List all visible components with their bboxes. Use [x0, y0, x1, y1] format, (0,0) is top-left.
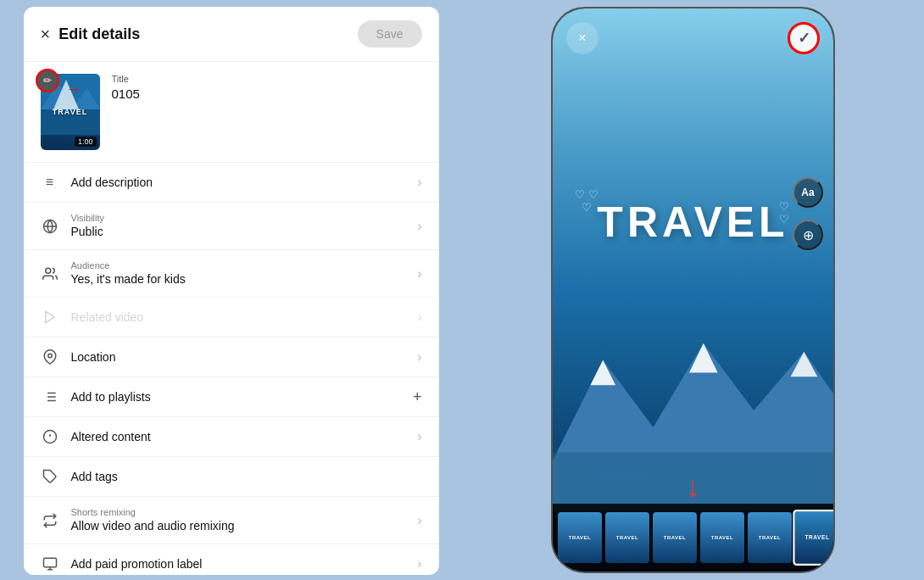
- audience-chevron: ›: [417, 266, 421, 282]
- visibility-content: Visibility Public: [71, 213, 406, 239]
- playlists-content: Add to playlists: [71, 389, 401, 404]
- location-label: Location: [71, 350, 116, 364]
- hearts-decoration: ♡ ♡ ♡: [575, 188, 598, 214]
- visibility-icon: [41, 217, 59, 236]
- film-strip: TRAVEL TRAVEL TRAVEL TRAVEL TRAVEL TRAVE…: [553, 504, 833, 572]
- right-panel: ♡ ♡ ♡ ♡♡ TRAVEL × ✓ Aa: [462, 0, 924, 580]
- menu-item-audience[interactable]: Audience Yes, it's made for kids ›: [24, 249, 439, 297]
- travel-title: TRAVEL: [597, 198, 788, 247]
- paid-promotion-icon: [41, 555, 59, 573]
- menu-item-tags[interactable]: Add tags: [24, 456, 439, 496]
- menu-item-related-video[interactable]: Related video ›: [24, 297, 439, 337]
- red-arrow-down: ↓: [686, 471, 701, 502]
- menu-item-description[interactable]: ≡ Add description ›: [24, 162, 439, 202]
- thumbnail-wrapper: TRAVEL 1:00 ✏ →: [41, 74, 100, 150]
- paid-promotion-chevron: ›: [417, 556, 421, 572]
- audience-sublabel: Audience: [71, 260, 406, 270]
- card-title-row: × Edit details: [41, 25, 141, 44]
- remixing-icon: [41, 511, 59, 530]
- video-title-value: 0105: [112, 86, 422, 101]
- related-video-content: Related video: [71, 310, 406, 325]
- phone-confirm-button[interactable]: ✓: [788, 22, 820, 54]
- svg-rect-19: [43, 558, 56, 567]
- description-content: Add description: [71, 175, 406, 190]
- visibility-label: Public: [71, 225, 103, 238]
- phone-top-bar: × ✓: [553, 22, 833, 54]
- description-chevron: ›: [417, 175, 421, 190]
- menu-item-paid-promotion[interactable]: Add paid promotion label ›: [24, 544, 439, 575]
- tags-icon: [41, 467, 59, 486]
- film-cell-selected[interactable]: TRAVEL: [793, 510, 833, 566]
- location-icon: [41, 348, 59, 366]
- related-video-icon: [41, 308, 59, 326]
- playlists-icon: [41, 388, 59, 406]
- edit-details-card: × Edit details Save TRAVEL 1:00: [24, 7, 439, 575]
- tags-label: Add tags: [71, 470, 118, 483]
- menu-item-remixing[interactable]: Shorts remixing Allow video and audio re…: [24, 496, 439, 544]
- thumbnail-duration: 1:00: [75, 137, 97, 147]
- svg-point-6: [45, 268, 50, 273]
- audience-label: Yes, it's made for kids: [71, 272, 186, 286]
- remixing-sublabel: Shorts remixing: [71, 507, 406, 517]
- svg-marker-7: [45, 311, 54, 323]
- page-title: Edit details: [58, 25, 140, 43]
- menu-list: ≡ Add description › Visibility Public: [24, 162, 439, 575]
- emoji-tool-icon: ⊕: [803, 227, 814, 243]
- menu-item-playlists[interactable]: Add to playlists +: [24, 376, 439, 416]
- altered-content-icon: [41, 427, 59, 446]
- menu-item-visibility[interactable]: Visibility Public ›: [24, 202, 439, 249]
- film-cell-1[interactable]: TRAVEL: [558, 512, 602, 563]
- altered-content-chevron: ›: [417, 429, 421, 444]
- film-cell-2[interactable]: TRAVEL: [605, 512, 649, 563]
- film-cell-4[interactable]: TRAVEL: [700, 512, 744, 563]
- phone-frame: ♡ ♡ ♡ ♡♡ TRAVEL × ✓ Aa: [551, 7, 835, 573]
- related-video-label: Related video: [71, 310, 144, 324]
- text-tool-button[interactable]: Aa: [793, 177, 823, 208]
- remixing-label: Allow video and audio remixing: [71, 519, 235, 533]
- text-tool-label: Aa: [801, 187, 814, 198]
- red-arrow-indicator: →: [66, 81, 81, 98]
- phone-confirm-icon: ✓: [798, 29, 810, 47]
- paid-promotion-content: Add paid promotion label: [71, 556, 406, 572]
- emoji-tool-button[interactable]: ⊕: [793, 220, 823, 250]
- left-panel: × Edit details Save TRAVEL 1:00: [0, 0, 462, 580]
- remixing-content: Shorts remixing Allow video and audio re…: [71, 507, 406, 533]
- video-info-row: TRAVEL 1:00 ✏ → Title 0105: [24, 62, 439, 162]
- film-cell-5[interactable]: TRAVEL: [748, 512, 792, 563]
- paid-promotion-label: Add paid promotion label: [71, 557, 203, 571]
- svg-point-8: [47, 354, 52, 358]
- remixing-chevron: ›: [417, 513, 421, 528]
- pencil-icon: ✏: [43, 75, 52, 86]
- video-title-label: Title: [112, 74, 422, 84]
- phone-close-button[interactable]: ×: [566, 22, 598, 54]
- tags-content: Add tags: [71, 469, 422, 484]
- playlists-label: Add to playlists: [71, 390, 151, 404]
- altered-content-label: Altered content: [71, 430, 151, 443]
- phone-close-icon: ×: [578, 31, 586, 46]
- location-content: Location: [71, 349, 406, 365]
- related-video-chevron: ›: [417, 310, 421, 325]
- side-tools: Aa ⊕: [793, 177, 823, 250]
- film-cell-3[interactable]: TRAVEL: [653, 512, 697, 563]
- audience-icon: [41, 265, 59, 283]
- visibility-sublabel: Visibility: [71, 213, 406, 223]
- description-label: Add description: [71, 176, 153, 189]
- edit-thumbnail-button[interactable]: ✏: [36, 69, 59, 92]
- phone-screen: ♡ ♡ ♡ ♡♡ TRAVEL × ✓ Aa: [553, 8, 833, 572]
- description-icon: ≡: [41, 173, 59, 192]
- altered-content-content: Altered content: [71, 429, 406, 444]
- close-button[interactable]: ×: [41, 25, 51, 44]
- thumbnail-travel-text: TRAVEL: [53, 108, 87, 116]
- visibility-chevron: ›: [417, 219, 421, 234]
- location-chevron: ›: [417, 349, 421, 365]
- video-title-section: Title 0105: [112, 74, 422, 101]
- menu-item-location[interactable]: Location ›: [24, 337, 439, 376]
- card-header: × Edit details Save: [24, 7, 439, 62]
- audience-content: Audience Yes, it's made for kids: [71, 260, 406, 287]
- menu-item-altered-content[interactable]: Altered content ›: [24, 416, 439, 456]
- save-button[interactable]: Save: [358, 20, 422, 47]
- playlists-plus-icon: +: [413, 388, 422, 406]
